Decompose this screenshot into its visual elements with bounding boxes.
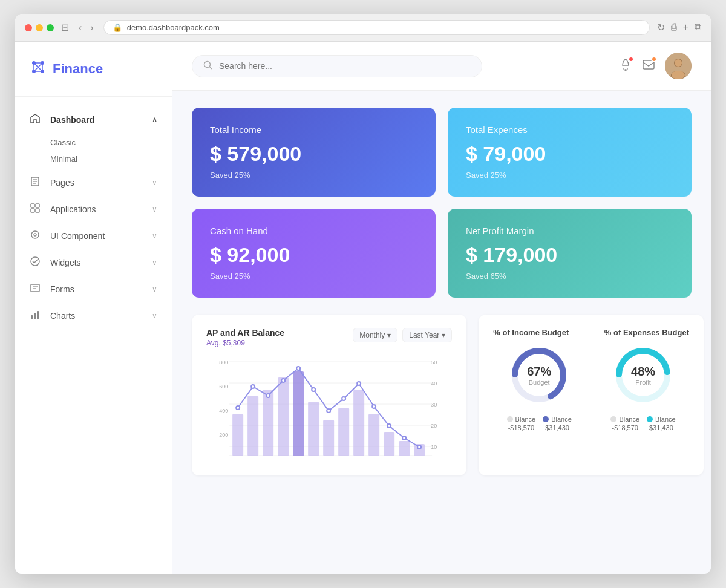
svg-text:20: 20 bbox=[431, 423, 437, 429]
sub-nav-classic[interactable]: Classic bbox=[50, 134, 172, 151]
svg-point-69 bbox=[312, 388, 315, 391]
svg-rect-56 bbox=[308, 402, 319, 456]
svg-rect-60 bbox=[368, 414, 379, 456]
total-income-title: Total Income bbox=[210, 125, 417, 135]
income-legend-value-2: $31,430 bbox=[545, 424, 569, 431]
charts-icon bbox=[30, 309, 43, 322]
logo-icon bbox=[30, 59, 47, 79]
stats-grid: Total Income $ 579,000 Saved 25% Total E… bbox=[192, 108, 692, 298]
svg-text:40: 40 bbox=[431, 381, 437, 387]
sidebar-item-pages[interactable]: Pages ∨ bbox=[15, 169, 172, 196]
back-button[interactable]: ‹ bbox=[76, 21, 84, 34]
svg-point-35 bbox=[672, 71, 685, 79]
sidebar-item-applications[interactable]: Applications ∨ bbox=[15, 196, 172, 223]
notifications-button[interactable] bbox=[619, 58, 632, 74]
svg-text:10: 10 bbox=[431, 444, 437, 450]
svg-rect-54 bbox=[278, 377, 289, 456]
svg-line-28 bbox=[210, 67, 212, 69]
sidebar-item-dashboard[interactable]: Dashboard ∧ bbox=[15, 106, 172, 133]
share-icon[interactable]: ⎙ bbox=[671, 22, 677, 33]
cash-on-hand-value: $ 92,000 bbox=[210, 243, 417, 267]
charts-section: AP and AR Balance Avg. $5,309 Monthly ▾ … bbox=[192, 315, 692, 475]
forms-icon bbox=[30, 283, 43, 296]
last-year-arrow: ▾ bbox=[442, 331, 445, 339]
ap-ar-chart-card: AP and AR Balance Avg. $5,309 Monthly ▾ … bbox=[192, 315, 466, 475]
income-donut-item: 67% Budget Blance bbox=[493, 342, 585, 431]
minimize-dot[interactable] bbox=[36, 24, 43, 31]
net-profit-sub: Saved 65% bbox=[466, 272, 673, 281]
svg-rect-53 bbox=[263, 390, 273, 456]
sidebar-item-widgets[interactable]: Widgets ∨ bbox=[15, 249, 172, 276]
ap-ar-chart-subtitle: Avg. $5,309 bbox=[206, 339, 284, 347]
reload-icon[interactable]: ↻ bbox=[657, 22, 665, 33]
total-expenses-title: Total Expences bbox=[466, 125, 673, 135]
net-profit-title: Net Profit Margin bbox=[466, 226, 673, 236]
sidebar: Finance Dashboard ∧ Classic Minimal bbox=[15, 42, 172, 574]
ap-ar-chart-title: AP and AR Balance bbox=[206, 328, 284, 338]
stat-card-total-income: Total Income $ 579,000 Saved 25% bbox=[192, 108, 436, 197]
svg-rect-17 bbox=[36, 209, 39, 212]
messages-badge bbox=[651, 56, 657, 62]
applications-label: Applications bbox=[50, 204, 152, 214]
dashboard-sub-nav: Classic Minimal bbox=[15, 133, 172, 169]
search-input[interactable] bbox=[219, 61, 471, 71]
income-donut-label: Budget bbox=[527, 379, 551, 386]
browser-actions: ↻ ⎙ + ⧉ bbox=[657, 22, 701, 33]
svg-rect-51 bbox=[232, 414, 243, 456]
close-dot[interactable] bbox=[25, 24, 32, 31]
forward-button[interactable]: › bbox=[88, 21, 96, 34]
svg-point-34 bbox=[675, 59, 682, 67]
sidebar-item-forms[interactable]: Forms ∨ bbox=[15, 276, 172, 302]
expenses-donut-legend: Blance -$18,570 Blance bbox=[597, 416, 689, 431]
sub-nav-minimal[interactable]: Minimal bbox=[50, 151, 172, 167]
main-content: Total Income $ 579,000 Saved 25% Total E… bbox=[172, 42, 711, 574]
svg-point-64 bbox=[236, 406, 240, 410]
svg-rect-21 bbox=[31, 284, 39, 292]
income-legend-label-2: Blance bbox=[551, 416, 572, 423]
svg-rect-25 bbox=[34, 313, 36, 319]
svg-text:400: 400 bbox=[219, 408, 228, 414]
svg-text:30: 30 bbox=[431, 402, 437, 408]
tabs-icon[interactable]: ⧉ bbox=[695, 22, 701, 33]
applications-arrow: ∨ bbox=[152, 205, 157, 214]
svg-text:800: 800 bbox=[219, 359, 228, 365]
sidebar-item-ui-component[interactable]: UI Component ∨ bbox=[15, 223, 172, 249]
svg-point-72 bbox=[357, 382, 361, 385]
monthly-filter-button[interactable]: Monthly ▾ bbox=[353, 328, 397, 342]
svg-text:200: 200 bbox=[219, 432, 228, 438]
browser-dots bbox=[25, 24, 54, 31]
header-actions bbox=[619, 53, 692, 79]
search-icon bbox=[203, 60, 213, 72]
sidebar-toggle-button[interactable]: ⊟ bbox=[61, 22, 69, 33]
expenses-donut-center: 48% Profit bbox=[631, 365, 655, 386]
widgets-label: Widgets bbox=[50, 258, 152, 267]
last-year-filter-button[interactable]: Last Year ▾ bbox=[402, 328, 452, 342]
income-donut-pct: 67% bbox=[527, 365, 551, 379]
search-bar bbox=[192, 55, 482, 77]
cash-on-hand-sub: Saved 25% bbox=[210, 272, 417, 281]
ap-ar-chart-header: AP and AR Balance Avg. $5,309 Monthly ▾ … bbox=[206, 328, 452, 347]
maximize-dot[interactable] bbox=[47, 24, 54, 31]
svg-point-75 bbox=[402, 436, 406, 440]
income-donut-legend: Blance -$18,570 Blance bbox=[493, 416, 585, 431]
pages-arrow: ∨ bbox=[152, 178, 157, 187]
income-legend-dot-1 bbox=[507, 416, 513, 422]
sidebar-item-charts[interactable]: Charts ∨ bbox=[15, 302, 172, 329]
bar-chart-svg: 800 600 400 200 50 40 30 20 10 bbox=[206, 353, 452, 462]
svg-rect-14 bbox=[31, 204, 34, 207]
net-profit-value: $ 179,000 bbox=[466, 243, 673, 267]
avatar[interactable] bbox=[665, 53, 692, 79]
new-tab-icon[interactable]: + bbox=[683, 22, 688, 33]
dashboard-arrow: ∧ bbox=[152, 116, 157, 124]
expenses-legend-item-1: Blance -$18,570 bbox=[610, 416, 639, 431]
income-donut-center: 67% Budget bbox=[527, 365, 551, 386]
expenses-legend-dot-1 bbox=[610, 416, 616, 422]
svg-rect-61 bbox=[384, 432, 394, 456]
logo-text: Finance bbox=[53, 61, 103, 77]
svg-rect-26 bbox=[37, 311, 39, 319]
svg-point-68 bbox=[296, 367, 300, 370]
url-text: demo.dashboardpack.com bbox=[127, 23, 220, 32]
messages-button[interactable] bbox=[642, 58, 655, 74]
stat-card-total-expenses: Total Expences $ 79,000 Saved 25% bbox=[448, 108, 692, 197]
svg-point-66 bbox=[266, 394, 270, 397]
